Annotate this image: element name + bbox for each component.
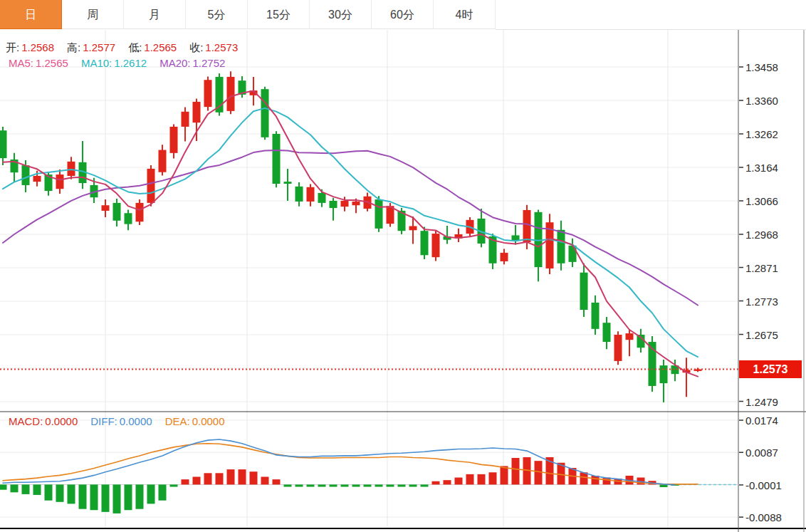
macd-bar <box>147 484 155 504</box>
price-axis-label: 1.3458 <box>745 61 778 73</box>
macd-bar <box>387 484 394 486</box>
macd-bar <box>341 484 349 486</box>
dea-line <box>3 444 698 484</box>
macd-bar <box>307 484 315 486</box>
macd-bar <box>0 484 7 489</box>
macd-bar <box>216 473 224 484</box>
candle-body <box>56 174 64 189</box>
macd-bar <box>113 484 121 513</box>
price-axis-label: 1.2773 <box>745 296 778 308</box>
macd-bar <box>318 484 326 486</box>
macd-bar <box>159 484 167 500</box>
macd-bar <box>660 484 668 487</box>
macd-bar <box>261 476 269 484</box>
candle-body <box>182 112 189 127</box>
timeframe-tabbar: 日周月5分15分30分60分4时 <box>0 0 806 30</box>
candle-body <box>421 231 429 255</box>
macd-bar <box>33 484 41 495</box>
price-axis-label: 1.2479 <box>745 396 778 408</box>
macd-bar <box>22 484 30 494</box>
price-axis-label: 1.3164 <box>745 162 778 174</box>
candle-body <box>284 182 292 184</box>
macd-bar <box>501 466 508 484</box>
macd-bar <box>79 484 87 508</box>
macd-bar <box>455 478 463 485</box>
macd-bar <box>125 484 132 510</box>
macd-bar <box>56 484 64 501</box>
price-axis-label: 1.3066 <box>745 195 778 207</box>
candle-body <box>626 333 634 340</box>
macd-bar <box>68 484 75 504</box>
macd-bar <box>512 458 520 484</box>
tabbar-filler <box>496 0 806 30</box>
candle-body <box>375 199 383 229</box>
candle-body <box>204 80 212 107</box>
candle-body <box>432 234 440 257</box>
macd-bar <box>45 484 53 500</box>
candle-body <box>33 176 41 182</box>
candle-body <box>295 187 303 202</box>
tab-5min[interactable]: 5分 <box>186 0 248 29</box>
chart-canvas[interactable] <box>0 0 806 532</box>
candle-body <box>170 127 178 153</box>
macd-bar <box>250 471 258 484</box>
macd-bar <box>295 484 303 486</box>
candle-body <box>261 89 269 137</box>
tab-month[interactable]: 月 <box>124 0 186 29</box>
candle-body <box>193 102 201 122</box>
macd-bar <box>432 481 440 485</box>
candle-body <box>352 202 360 205</box>
macd-bar <box>330 484 337 486</box>
macd-bar <box>535 461 543 484</box>
tab-4hour[interactable]: 4时 <box>434 0 496 29</box>
macd-axis-label: -0.0088 <box>745 511 782 523</box>
macd-axis-label: 0.0174 <box>745 414 778 427</box>
tab-day[interactable]: 日 <box>0 0 62 29</box>
tab-15min[interactable]: 15分 <box>248 0 310 29</box>
tab-30min[interactable]: 30分 <box>310 0 372 29</box>
macd-axis-label: 0.0087 <box>745 447 778 459</box>
macd-bar <box>102 484 110 511</box>
candle-body <box>603 323 611 342</box>
tab-60min[interactable]: 60分 <box>372 0 434 29</box>
macd-bar <box>239 469 246 484</box>
candle-body <box>273 134 281 184</box>
macd-bar <box>489 472 497 484</box>
candle-body <box>227 77 235 111</box>
macd-bar <box>227 469 235 484</box>
macd-bar <box>273 479 281 484</box>
candle-body <box>523 210 531 242</box>
tab-week[interactable]: 周 <box>62 0 124 29</box>
price-axis-label: 1.3262 <box>745 128 778 140</box>
macd-bar <box>193 476 201 484</box>
candle-body <box>569 246 577 262</box>
macd-bar <box>398 484 406 486</box>
macd-bar <box>11 484 19 492</box>
macd-bar <box>136 484 144 508</box>
price-axis-label: 1.2968 <box>745 229 778 241</box>
macd-axis-label: -0.0001 <box>745 479 782 491</box>
macd-bar <box>478 474 486 485</box>
candle-body <box>125 213 132 224</box>
macd-bar <box>580 472 588 484</box>
price-axis-label: 1.2675 <box>745 329 778 341</box>
macd-bar <box>204 473 212 484</box>
macd-bar <box>409 484 417 486</box>
macd-bar <box>170 484 178 486</box>
candle-body <box>330 201 337 208</box>
candle-body <box>341 201 349 207</box>
forex-candlestick-app: 日周月5分15分30分60分4时 开:1.2568高:1.2577低:1.256… <box>0 0 806 532</box>
candle-body <box>660 365 668 383</box>
candle-body <box>22 165 30 185</box>
candle-body <box>147 169 155 203</box>
candle-body <box>512 235 520 240</box>
macd-bar <box>352 484 360 486</box>
macd-bar <box>375 484 383 486</box>
candle-body <box>592 303 600 329</box>
macd-bar <box>444 480 451 484</box>
candle-body <box>113 203 121 221</box>
candle-body <box>580 273 588 310</box>
candle-body <box>0 130 7 158</box>
candle-body <box>501 253 508 261</box>
macd-bar <box>364 484 372 486</box>
